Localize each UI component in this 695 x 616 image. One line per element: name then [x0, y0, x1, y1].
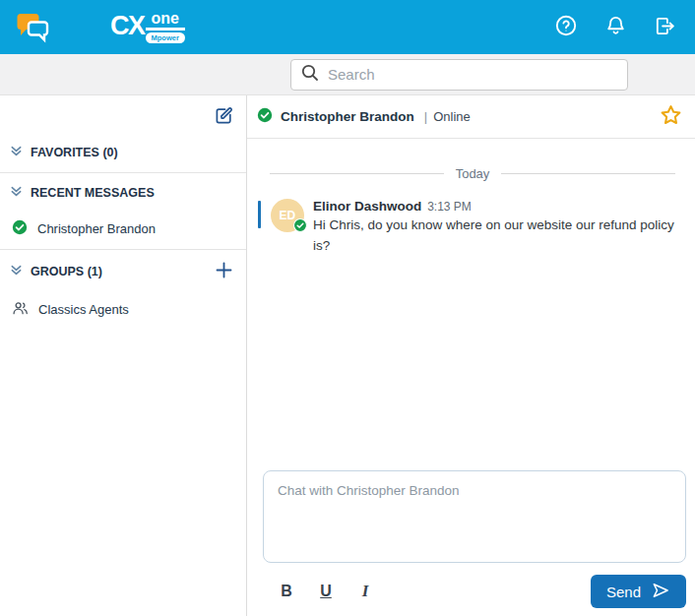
chat-message: ED Elinor Dashwood 3:13 PM	[258, 199, 681, 257]
sidebar-section-favorites[interactable]: FAVORITES (0)	[0, 135, 246, 170]
unread-accent-bar	[258, 201, 261, 228]
message-sender: Elinor Dashwood	[313, 199, 421, 214]
sidebar-item-christopher-brandon[interactable]: Christopher Brandon	[0, 211, 246, 247]
search-input[interactable]	[328, 66, 618, 83]
contacts-sidebar: FAVORITES (0) RECENT MESSAGES	[0, 95, 247, 616]
message-text: Hi Chris, do you know where on our websi…	[313, 216, 681, 257]
group-name: Classics Agents	[38, 302, 129, 317]
contact-name: Christopher Brandon	[37, 221, 156, 236]
send-label: Send	[606, 584, 641, 600]
bold-button[interactable]: B	[267, 577, 306, 606]
sidebar-item-classics-agents[interactable]: Classics Agents	[0, 291, 246, 328]
add-group-button[interactable]	[216, 262, 232, 281]
cxone-chat-window: CX one Mpower	[0, 0, 695, 616]
logout-icon	[654, 15, 676, 40]
search-box[interactable]	[290, 59, 628, 91]
new-message-button[interactable]	[214, 105, 234, 129]
sidebar-divider	[0, 249, 246, 250]
plus-icon	[216, 262, 232, 281]
message-input[interactable]	[263, 470, 686, 563]
help-button[interactable]	[553, 15, 579, 40]
chat-header: Christopher Brandon | Online	[247, 95, 695, 139]
chat-panel: Christopher Brandon | Online Today	[247, 95, 695, 616]
logo-mpower-badge: Mpower	[146, 32, 185, 43]
search-band	[0, 54, 695, 95]
day-divider: Today	[270, 166, 675, 181]
sidebar-section-recent-messages[interactable]: RECENT MESSAGES	[0, 175, 246, 211]
composer-toolbar: B U I Send	[263, 575, 686, 608]
collapse-chevron-icon	[10, 145, 23, 160]
notifications-button[interactable]	[602, 15, 628, 40]
logout-button[interactable]	[652, 15, 677, 40]
cxone-mpower-logo: CX one Mpower	[110, 11, 185, 43]
chat-bubbles-app-icon	[14, 6, 53, 49]
online-status-icon	[12, 219, 28, 238]
message-composer: B U I Send	[247, 470, 695, 616]
chat-contact-name: Christopher Brandon	[281, 109, 414, 124]
group-people-icon	[12, 300, 29, 319]
logo-one-text: one	[146, 11, 185, 31]
favorite-star-button[interactable]	[659, 103, 683, 131]
collapse-chevron-icon	[10, 264, 23, 279]
status-separator: |	[424, 109, 427, 124]
italic-button[interactable]: I	[346, 577, 385, 606]
online-status-icon	[257, 107, 273, 126]
groups-label: GROUPS (1)	[31, 265, 102, 278]
message-history[interactable]: Today ED	[247, 139, 695, 470]
online-badge-icon	[293, 218, 307, 235]
collapse-chevron-icon	[10, 185, 23, 201]
bell-icon	[604, 14, 627, 40]
recent-messages-label: RECENT MESSAGES	[31, 186, 155, 200]
sidebar-section-groups[interactable]: GROUPS (1)	[0, 252, 246, 291]
day-divider-label: Today	[456, 166, 490, 181]
favorites-label: FAVORITES (0)	[31, 146, 118, 159]
send-button[interactable]: Send	[591, 575, 686, 608]
compose-icon	[214, 105, 234, 129]
presence-status: Online	[433, 109, 471, 124]
message-timestamp: 3:13 PM	[427, 200, 472, 214]
star-icon	[659, 103, 683, 131]
search-icon	[300, 63, 320, 86]
help-icon	[554, 14, 578, 40]
sidebar-divider	[0, 172, 246, 173]
underline-button[interactable]: U	[306, 577, 346, 606]
send-arrow-icon	[651, 581, 670, 603]
top-header-bar: CX one Mpower	[0, 0, 695, 54]
logo-cx-text: CX	[110, 13, 145, 43]
